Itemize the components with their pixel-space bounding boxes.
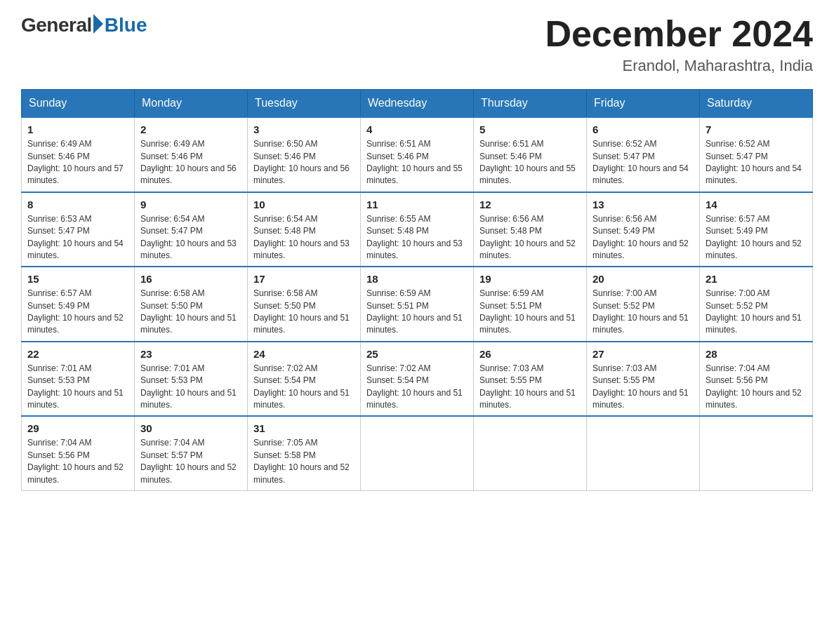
calendar-cell: 8 Sunrise: 6:53 AMSunset: 5:47 PMDayligh… — [22, 192, 135, 267]
calendar-cell: 13 Sunrise: 6:56 AMSunset: 5:49 PMDaylig… — [587, 192, 700, 267]
calendar-table: SundayMondayTuesdayWednesdayThursdayFrid… — [21, 89, 813, 491]
day-info: Sunrise: 6:51 AMSunset: 5:46 PMDaylight:… — [366, 138, 468, 187]
calendar-cell: 4 Sunrise: 6:51 AMSunset: 5:46 PMDayligh… — [361, 117, 474, 192]
day-info: Sunrise: 7:01 AMSunset: 5:53 PMDaylight:… — [27, 363, 128, 412]
title-section: December 2024 Erandol, Maharashtra, Indi… — [545, 14, 813, 75]
calendar-cell: 5 Sunrise: 6:51 AMSunset: 5:46 PMDayligh… — [474, 117, 587, 192]
calendar-cell: 31 Sunrise: 7:05 AMSunset: 5:58 PMDaylig… — [248, 416, 361, 490]
day-number: 5 — [479, 122, 581, 137]
calendar-cell: 30 Sunrise: 7:04 AMSunset: 5:57 PMDaylig… — [135, 416, 248, 490]
calendar-cell: 1 Sunrise: 6:49 AMSunset: 5:46 PMDayligh… — [22, 117, 135, 192]
day-number: 28 — [706, 347, 807, 361]
calendar-cell: 20 Sunrise: 7:00 AMSunset: 5:52 PMDaylig… — [587, 267, 700, 342]
day-number: 21 — [706, 271, 807, 286]
day-number: 7 — [706, 122, 807, 137]
calendar-cell: 29 Sunrise: 7:04 AMSunset: 5:56 PMDaylig… — [22, 416, 135, 490]
day-info: Sunrise: 7:03 AMSunset: 5:55 PMDaylight:… — [593, 363, 694, 412]
day-number: 23 — [140, 347, 241, 361]
day-number: 16 — [140, 271, 241, 286]
weekday-header-row: SundayMondayTuesdayWednesdayThursdayFrid… — [22, 90, 813, 118]
calendar-cell: 22 Sunrise: 7:01 AMSunset: 5:53 PMDaylig… — [22, 342, 135, 417]
day-info: Sunrise: 6:59 AMSunset: 5:51 PMDaylight:… — [366, 288, 468, 337]
logo-arrow-icon — [93, 14, 103, 34]
weekday-header-friday: Friday — [587, 90, 700, 118]
day-info: Sunrise: 7:01 AMSunset: 5:53 PMDaylight:… — [140, 363, 241, 412]
weekday-header-tuesday: Tuesday — [248, 90, 361, 118]
calendar-cell: 23 Sunrise: 7:01 AMSunset: 5:53 PMDaylig… — [135, 342, 248, 417]
day-info: Sunrise: 6:52 AMSunset: 5:47 PMDaylight:… — [706, 138, 807, 187]
page-header: General Blue December 2024 Erandol, Maha… — [21, 14, 813, 75]
weekday-header-wednesday: Wednesday — [361, 90, 474, 118]
calendar-cell: 7 Sunrise: 6:52 AMSunset: 5:47 PMDayligh… — [700, 117, 813, 192]
day-number: 13 — [593, 197, 694, 212]
day-number: 20 — [593, 271, 694, 286]
day-info: Sunrise: 6:50 AMSunset: 5:46 PMDaylight:… — [253, 138, 355, 187]
day-number: 10 — [253, 197, 355, 212]
calendar-cell: 26 Sunrise: 7:03 AMSunset: 5:55 PMDaylig… — [474, 342, 587, 417]
day-info: Sunrise: 6:56 AMSunset: 5:48 PMDaylight:… — [479, 213, 581, 262]
day-number: 22 — [27, 347, 128, 361]
day-number: 8 — [27, 197, 128, 212]
day-info: Sunrise: 7:05 AMSunset: 5:58 PMDaylight:… — [253, 437, 355, 486]
day-number: 19 — [479, 271, 581, 286]
day-info: Sunrise: 6:56 AMSunset: 5:49 PMDaylight:… — [593, 213, 694, 262]
day-number: 12 — [479, 197, 581, 212]
day-info: Sunrise: 6:57 AMSunset: 5:49 PMDaylight:… — [27, 288, 128, 337]
day-info: Sunrise: 6:55 AMSunset: 5:48 PMDaylight:… — [366, 213, 468, 262]
logo: General Blue — [21, 14, 147, 36]
day-number: 24 — [253, 347, 355, 361]
calendar-cell: 19 Sunrise: 6:59 AMSunset: 5:51 PMDaylig… — [474, 267, 587, 342]
weekday-header-sunday: Sunday — [22, 90, 135, 118]
day-number: 6 — [593, 122, 694, 137]
calendar-cell: 16 Sunrise: 6:58 AMSunset: 5:50 PMDaylig… — [135, 267, 248, 342]
day-info: Sunrise: 6:49 AMSunset: 5:46 PMDaylight:… — [140, 138, 241, 187]
calendar-cell: 10 Sunrise: 6:54 AMSunset: 5:48 PMDaylig… — [248, 192, 361, 267]
day-info: Sunrise: 6:58 AMSunset: 5:50 PMDaylight:… — [253, 288, 355, 337]
calendar-cell: 24 Sunrise: 7:02 AMSunset: 5:54 PMDaylig… — [248, 342, 361, 417]
logo-general-text: General — [21, 14, 92, 36]
week-row-3: 15 Sunrise: 6:57 AMSunset: 5:49 PMDaylig… — [22, 267, 813, 342]
day-info: Sunrise: 7:02 AMSunset: 5:54 PMDaylight:… — [253, 363, 355, 412]
day-info: Sunrise: 7:04 AMSunset: 5:56 PMDaylight:… — [27, 437, 128, 486]
day-number: 29 — [27, 421, 128, 436]
day-info: Sunrise: 6:59 AMSunset: 5:51 PMDaylight:… — [479, 288, 581, 337]
calendar-cell: 27 Sunrise: 7:03 AMSunset: 5:55 PMDaylig… — [587, 342, 700, 417]
day-info: Sunrise: 6:54 AMSunset: 5:47 PMDaylight:… — [140, 213, 241, 262]
day-number: 25 — [366, 347, 468, 361]
day-info: Sunrise: 7:04 AMSunset: 5:56 PMDaylight:… — [706, 363, 807, 412]
day-info: Sunrise: 6:57 AMSunset: 5:49 PMDaylight:… — [706, 213, 807, 262]
day-info: Sunrise: 6:51 AMSunset: 5:46 PMDaylight:… — [479, 138, 581, 187]
day-info: Sunrise: 7:04 AMSunset: 5:57 PMDaylight:… — [140, 437, 241, 486]
day-info: Sunrise: 7:00 AMSunset: 5:52 PMDaylight:… — [593, 288, 694, 337]
day-number: 3 — [253, 122, 355, 137]
weekday-header-monday: Monday — [135, 90, 248, 118]
day-number: 9 — [140, 197, 241, 212]
calendar-cell: 2 Sunrise: 6:49 AMSunset: 5:46 PMDayligh… — [135, 117, 248, 192]
logo-blue-text: Blue — [105, 14, 147, 36]
calendar-cell: 14 Sunrise: 6:57 AMSunset: 5:49 PMDaylig… — [700, 192, 813, 267]
day-number: 31 — [253, 421, 355, 436]
day-number: 14 — [706, 197, 807, 212]
day-info: Sunrise: 7:00 AMSunset: 5:52 PMDaylight:… — [706, 288, 807, 337]
calendar-cell: 3 Sunrise: 6:50 AMSunset: 5:46 PMDayligh… — [248, 117, 361, 192]
calendar-cell — [700, 416, 813, 490]
calendar-cell: 25 Sunrise: 7:02 AMSunset: 5:54 PMDaylig… — [361, 342, 474, 417]
day-number: 4 — [366, 122, 468, 137]
day-number: 18 — [366, 271, 468, 286]
weekday-header-saturday: Saturday — [700, 90, 813, 118]
calendar-cell: 17 Sunrise: 6:58 AMSunset: 5:50 PMDaylig… — [248, 267, 361, 342]
calendar-cell: 9 Sunrise: 6:54 AMSunset: 5:47 PMDayligh… — [135, 192, 248, 267]
calendar-cell: 28 Sunrise: 7:04 AMSunset: 5:56 PMDaylig… — [700, 342, 813, 417]
weekday-header-thursday: Thursday — [474, 90, 587, 118]
calendar-cell: 12 Sunrise: 6:56 AMSunset: 5:48 PMDaylig… — [474, 192, 587, 267]
day-number: 1 — [27, 122, 128, 137]
day-number: 17 — [253, 271, 355, 286]
week-row-2: 8 Sunrise: 6:53 AMSunset: 5:47 PMDayligh… — [22, 192, 813, 267]
week-row-1: 1 Sunrise: 6:49 AMSunset: 5:46 PMDayligh… — [22, 117, 813, 192]
calendar-cell: 15 Sunrise: 6:57 AMSunset: 5:49 PMDaylig… — [22, 267, 135, 342]
day-info: Sunrise: 6:53 AMSunset: 5:47 PMDaylight:… — [27, 213, 128, 262]
day-number: 2 — [140, 122, 241, 137]
day-info: Sunrise: 7:03 AMSunset: 5:55 PMDaylight:… — [479, 363, 581, 412]
day-number: 11 — [366, 197, 468, 212]
calendar-cell — [474, 416, 587, 490]
